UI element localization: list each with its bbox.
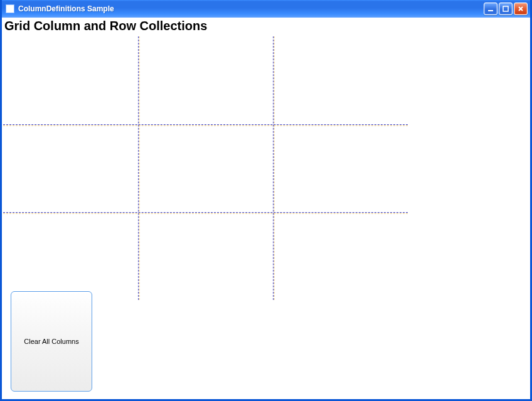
grid-preview xyxy=(3,36,408,300)
app-icon xyxy=(6,4,14,13)
window-title: ColumnDefinitions Sample xyxy=(18,4,114,13)
maximize-icon xyxy=(503,6,509,12)
grid-row-divider xyxy=(3,212,408,213)
svg-rect-0 xyxy=(488,10,493,11)
titlebar[interactable]: ColumnDefinitions Sample xyxy=(2,0,530,18)
page-title: Grid Column and Row Collections xyxy=(2,18,530,37)
grid-row-divider xyxy=(3,124,408,125)
close-button[interactable] xyxy=(514,3,528,15)
grid-column-divider xyxy=(138,36,139,300)
maximize-button[interactable] xyxy=(499,3,513,15)
grid-column-divider xyxy=(273,36,274,300)
close-icon xyxy=(518,6,524,12)
clear-all-columns-label: Clear All Columns xyxy=(24,338,78,345)
window-frame: ColumnDefinitions Sample Grid Column and… xyxy=(0,0,532,401)
svg-rect-1 xyxy=(503,6,508,11)
minimize-icon xyxy=(487,6,494,12)
svg-line-2 xyxy=(519,7,523,11)
clear-all-columns-button[interactable]: Clear All Columns xyxy=(11,291,92,392)
client-area: Grid Column and Row Collections Clear Al… xyxy=(2,18,530,399)
minimize-button[interactable] xyxy=(484,3,497,15)
svg-line-3 xyxy=(519,7,523,11)
